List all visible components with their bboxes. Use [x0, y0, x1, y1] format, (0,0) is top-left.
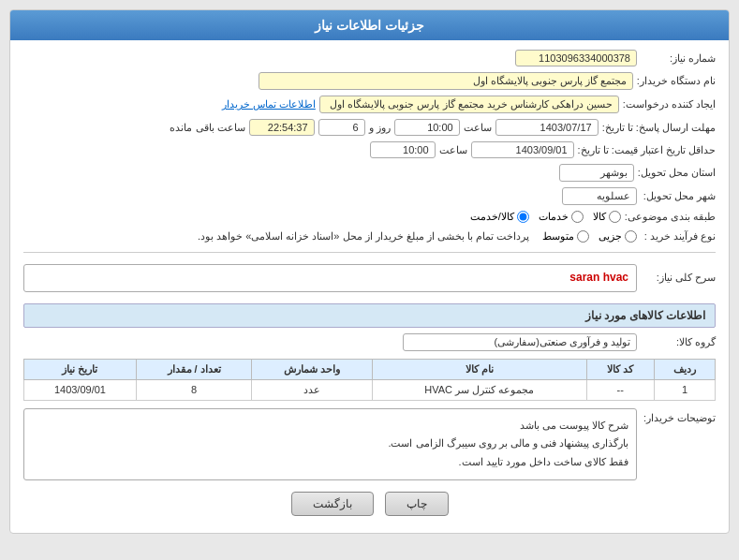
hadaghal-date: 1403/09/01	[471, 141, 574, 158]
hadaghal-label: حداقل تاریخ اعتبار قیمت: تا تاریخ:	[578, 144, 716, 156]
radio-khadamat[interactable]	[571, 211, 584, 223]
shahr-value: عسلویه	[562, 187, 637, 205]
print-button[interactable]: چاپ	[385, 492, 449, 516]
radio-motavaset-label[interactable]: متوسط	[542, 230, 589, 243]
page-header: جزئیات اطلاعات نیاز	[10, 10, 729, 40]
col-tedad: تعداد / مقدار	[136, 359, 252, 379]
gorohe-value: تولید و فرآوری صنعتی(سفارشی)	[403, 333, 637, 351]
tozihat-box: شرح کالا پیوست می باشد بارگذاری پیشنهاد …	[23, 408, 637, 480]
mohlat-row: مهلت ارسال پاسخ: تا تاریخ: 1403/07/17 سا…	[23, 119, 716, 136]
tabaghe-row: طبقه بندی موضوعی: کالا خدمات کالا/خدمت	[23, 211, 716, 223]
kala-table: ردیف کد کالا نام کالا واحد شمارش تعداد /…	[23, 359, 716, 401]
roz-label: روز و	[369, 122, 391, 134]
mohlat-label: مهلت ارسال پاسخ: تا تاریخ:	[602, 122, 716, 134]
mohlat-saat: 22:54:37	[249, 119, 315, 136]
tabaghe-radio-group: کالا خدمات کالا/خدمت	[470, 211, 621, 223]
radio-kala-label[interactable]: کالا	[593, 211, 621, 223]
gorohe-row: گروه کالا: تولید و فرآوری صنعتی(سفارشی)	[23, 333, 716, 351]
farayand-row: نوع فرآیند خرید : جزیی متوسط پرداخت تمام…	[23, 228, 716, 244]
col-tarikh: تاریخ نیاز	[24, 359, 137, 379]
ijad-label: ایجاد کننده درخواست:	[623, 98, 716, 111]
divider1	[23, 252, 716, 253]
radio-jezii-label[interactable]: جزیی	[599, 230, 637, 243]
radio-jezii[interactable]	[625, 230, 637, 243]
radio-motavaset[interactable]	[577, 230, 589, 243]
back-button[interactable]: بازگشت	[291, 492, 374, 516]
radio-kala[interactable]	[609, 211, 621, 223]
saran-row: سرح کلی نیاز: saran hvac	[23, 260, 716, 296]
nam-dastgah-label: نام دستگاه خریدار:	[637, 75, 716, 87]
tozihat-row: توضیحات خریدار: شرح کالا پیوست می باشد ب…	[23, 408, 716, 480]
farayand-label: نوع فرآیند خرید :	[641, 230, 716, 243]
shomara-value: 1103096334000378	[515, 50, 637, 66]
farayand-radio-group: جزیی متوسط	[542, 230, 637, 243]
content-area: شماره نیاز: 1103096334000378 نام دستگاه …	[10, 40, 729, 533]
col-kod: کد کالا	[586, 359, 654, 379]
ostan-label: استان محل تحویل:	[638, 167, 716, 179]
gorohe-label: گروه کالا:	[641, 336, 716, 348]
shahr-row: شهر محل تحویل: عسلویه	[23, 187, 716, 205]
info-section-title: اطلاعات کالاهای مورد نیاز	[23, 303, 716, 328]
tozihat-line2: بارگذاری پیشنهاد فنی و مالی بر روی سیبرگ…	[32, 435, 628, 453]
farayand-info: پرداخت تمام با بخشی از مبلغ خریدار از مح…	[198, 228, 529, 244]
nam-dastgah-row: نام دستگاه خریدار: مجتمع گاز پارس جنوبی …	[23, 72, 716, 90]
radio-kala-khadamat[interactable]	[517, 211, 529, 223]
radio-kala-khadamat-label[interactable]: کالا/خدمت	[470, 211, 529, 223]
tozihat-line1: شرح کالا پیوست می باشد	[32, 417, 628, 435]
contact-link[interactable]: اطلاعات تماس خریدار	[222, 98, 316, 111]
shahr-label: شهر محل تحویل:	[641, 190, 716, 202]
saran-value: saran hvac	[23, 264, 637, 292]
buttons-row: چاپ بازگشت	[23, 492, 716, 516]
tabaghe-label: طبقه بندی موضوعی:	[625, 211, 716, 223]
col-radif: ردیف	[654, 359, 715, 379]
nam-dastgah-value: مجتمع گاز پارس جنوبی پالایشگاه اول	[259, 72, 633, 90]
tozihat-line3: فقط کالای ساخت داخل مورد تایید است.	[32, 453, 628, 472]
mohlat-date: 1403/07/17	[495, 119, 599, 136]
shomara-row: شماره نیاز: 1103096334000378	[23, 50, 716, 66]
saran-label: سرح کلی نیاز:	[641, 272, 716, 284]
ostan-row: استان محل تحویل: بوشهر	[23, 164, 716, 182]
tozihat-label: توضیحات خریدار:	[641, 412, 716, 424]
saat-label: ساعت	[464, 122, 492, 134]
col-vahed: واحد شمارش	[252, 359, 373, 379]
hadaghal-saat-label: ساعت	[439, 144, 467, 156]
ijad-value: حسین دراهکی کارشناس خرید مجتمع گاز پارس …	[319, 96, 619, 113]
page-title: جزئیات اطلاعات نیاز	[315, 18, 424, 33]
table-row: 1--مجموعه کنترل سر HVACعدد81403/09/01	[24, 379, 716, 400]
hadaghal-row: حداقل تاریخ اعتبار قیمت: تا تاریخ: 1403/…	[23, 141, 716, 158]
hadaghal-time: 10:00	[370, 141, 436, 158]
table-container: ردیف کد کالا نام کالا واحد شمارش تعداد /…	[23, 359, 716, 401]
main-container: جزئیات اطلاعات نیاز شماره نیاز: 11030963…	[9, 9, 730, 534]
mohlat-roz: 6	[318, 119, 365, 136]
ostan-value: بوشهر	[559, 164, 634, 182]
shomara-label: شماره نیاز:	[641, 52, 716, 65]
radio-khadamat-label[interactable]: خدمات	[539, 211, 584, 223]
remaining-label: ساعت باقی مانده	[170, 122, 244, 134]
col-nam: نام کالا	[372, 359, 586, 379]
mohlat-time: 10:00	[394, 119, 460, 136]
ijad-row: ایجاد کننده درخواست: حسین دراهکی کارشناس…	[23, 96, 716, 113]
